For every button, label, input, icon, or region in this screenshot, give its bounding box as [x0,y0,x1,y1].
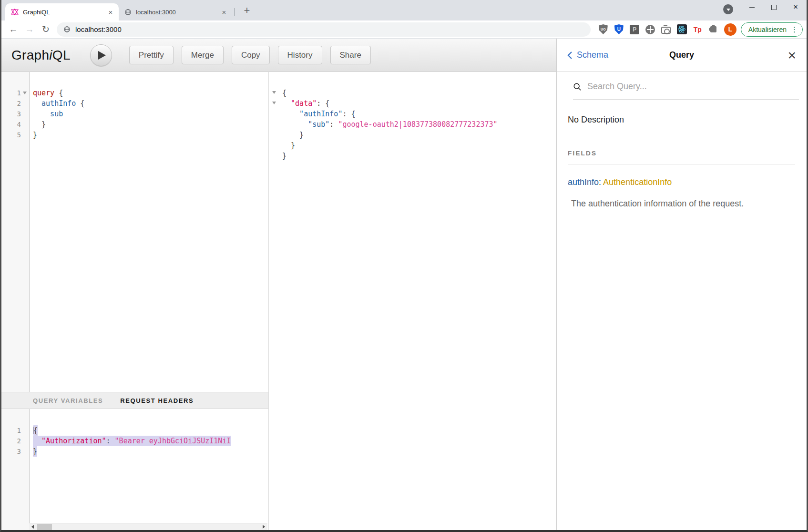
headers-code[interactable]: { "Authorization": "Bearer eyJhbGciOiJSU… [30,409,268,530]
line-number-gutter: 1 2 3 4 5 [1,72,30,392]
profile-avatar[interactable]: L [724,23,736,36]
browser-toolbar: ← → ↻ localhost:3000 UO U P Tp L Aktuali… [1,20,807,39]
fold-arrow-icon[interactable] [272,91,276,94]
doc-explorer-header: Query Schema × [557,39,807,72]
tab-request-headers[interactable]: REQUEST HEADERS [120,397,194,404]
tp-extension-icon[interactable]: Tp [691,23,704,36]
scroll-left-icon[interactable] [29,523,36,531]
chevron-left-icon [567,51,573,60]
scrollbar-thumb[interactable] [37,524,52,530]
doc-search-input[interactable] [587,82,799,92]
overflow-menu-icon[interactable]: ⋮ [791,25,798,34]
no-description-text: No Description [568,115,795,125]
line-number-gutter: 1 2 3 [1,409,30,530]
tab-search-button[interactable] [723,4,733,14]
query-editor[interactable]: 1 2 3 4 5 query { authInfo { sub } } [1,72,268,392]
horizontal-scrollbar[interactable] [29,523,267,530]
graphiql-topbar: GraphiQL Prettify Merge Copy History Sha… [1,39,556,72]
react-devtools-icon[interactable] [675,23,688,36]
share-button[interactable]: Share [330,46,371,64]
minimize-button[interactable] [741,0,763,14]
globe-icon [124,9,132,16]
close-icon[interactable]: × [220,8,228,16]
bitwarden-extension-icon[interactable]: U [613,23,625,36]
copy-button[interactable]: Copy [232,46,270,64]
secondary-editor-tabbar: QUERY VARIABLES REQUEST HEADERS [1,392,268,409]
extensions-puzzle-icon[interactable] [707,23,720,36]
search-icon [573,82,582,91]
merge-button[interactable]: Merge [182,46,224,64]
play-icon [98,51,106,60]
doc-body: No Description FIELDS authInfo: Authenti… [557,100,807,209]
request-headers-editor[interactable]: 1 2 3 { "Authorization": "Bearer eyJhbGc… [1,409,268,530]
minimize-icon [749,7,755,8]
fold-arrow-icon[interactable] [23,92,27,94]
query-code[interactable]: query { authInfo { sub } } [30,72,268,392]
forward-button[interactable]: → [23,23,36,36]
url-text: localhost:3000 [75,25,122,33]
tab-separator [234,8,235,16]
response-pane[interactable]: { "data": { "authInfo": { "sub": "google… [268,72,556,530]
editor-pane: 1 2 3 4 5 query { authInfo { sub } } [1,72,268,530]
maximize-button[interactable] [763,0,785,14]
tab-query-variables[interactable]: QUERY VARIABLES [33,397,103,404]
tab-strip: GraphiQL × localhost:3000 × + × [1,0,807,20]
camera-extension-icon[interactable] [660,23,673,36]
field-type-link[interactable]: AuthenticationInfo [603,177,672,187]
new-tab-button[interactable]: + [241,4,253,17]
fields-heading: FIELDS [568,150,795,157]
tab-localhost[interactable]: localhost:3000 × [119,3,232,20]
doc-back-link[interactable]: Schema [567,50,608,60]
doc-back-label: Schema [577,50,608,60]
update-button[interactable]: Aktualisieren ⋮ [741,22,803,37]
history-button[interactable]: History [278,46,322,64]
chevron-down-icon [726,9,730,11]
execute-button[interactable] [90,44,112,66]
tab-title: GraphiQL [23,9,106,16]
ublock-extension-icon[interactable]: UO [597,23,610,36]
maximize-icon [771,5,777,10]
update-button-label: Aktualisieren [748,26,787,33]
window-close-button[interactable]: × [785,0,807,14]
field-name-link[interactable]: authInfo [568,177,599,187]
dial-extension-icon[interactable] [644,23,657,36]
prettify-button[interactable]: Prettify [129,46,174,64]
back-button[interactable]: ← [7,23,20,36]
doc-explorer: Query Schema × No Description [556,39,807,530]
address-bar[interactable]: localhost:3000 [57,22,591,37]
browser-window: GraphiQL × localhost:3000 × + × ← → ↻ [0,0,808,532]
globe-icon [63,26,71,33]
tab-title: localhost:3000 [136,9,220,16]
divider [568,164,795,164]
graphql-logo-icon [11,8,19,16]
scroll-right-icon[interactable] [260,523,267,531]
doc-close-button[interactable]: × [788,51,796,60]
field-description: The authentication information of the re… [568,199,795,209]
graphiql-app: GraphiQL Prettify Merge Copy History Sha… [1,39,807,530]
field-row-authinfo: authInfo: AuthenticationInfo [568,177,795,187]
reload-button[interactable]: ↻ [39,23,52,36]
close-icon[interactable]: × [106,8,115,16]
p-extension-icon[interactable]: P [628,23,641,36]
fold-arrow-icon[interactable] [272,102,276,104]
tab-graphiql[interactable]: GraphiQL × [5,3,119,20]
graphiql-logo: GraphiQL [11,48,71,63]
response-json: { "data": { "authInfo": { "sub": "google… [269,72,556,161]
doc-search-row [573,72,799,100]
